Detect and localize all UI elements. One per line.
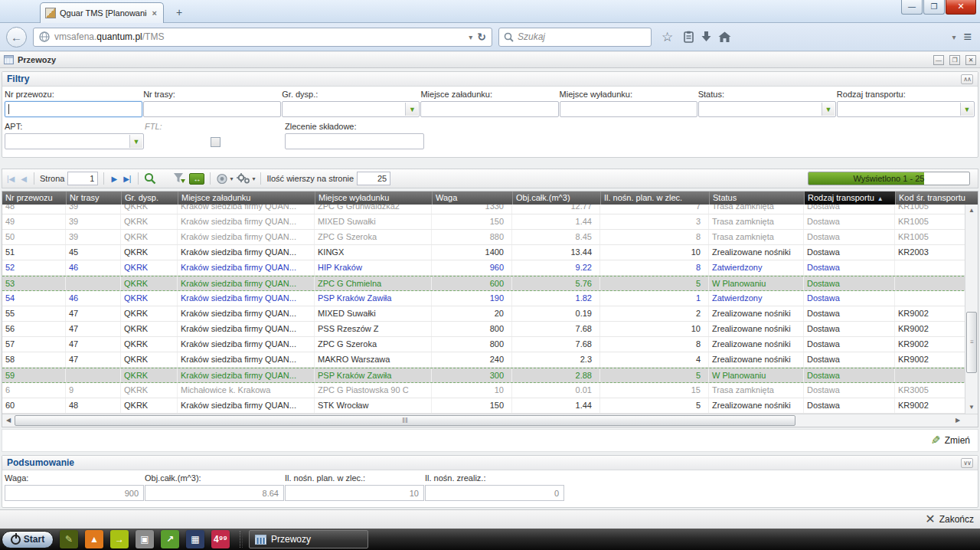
url-bar[interactable]: vmsafena.quantum.pl/TMS ▾ ↻ — [33, 28, 492, 47]
taskbar-item-przewozy[interactable]: Przewozy — [249, 530, 368, 548]
collapse-summary-icon[interactable]: ∨∨ — [961, 458, 973, 468]
combo-rodzaj-transportu[interactable]: ▼ — [837, 101, 975, 117]
fit-columns-icon[interactable]: ↔ — [189, 173, 204, 185]
cell-miejsce-wyladunku: PSS Rzeszów Z — [315, 322, 432, 336]
cell-status: Zrealizowane nośniki — [709, 352, 804, 367]
table-row[interactable]: 5446QKRKKraków siedziba firmy QUAN...PSP… — [2, 291, 968, 306]
table-row[interactable]: 5747QKRKKraków siedziba firmy QUAN...ZPC… — [2, 337, 968, 352]
input-zlecenie-skladowe[interactable] — [285, 133, 424, 149]
start-button[interactable]: Start — [2, 531, 54, 548]
combo-gr-dysp[interactable]: ▼ — [282, 101, 420, 117]
page-input[interactable] — [67, 172, 98, 185]
table-row[interactable]: 53QKRKKraków siedziba firmy QUAN...ZPC G… — [2, 276, 968, 291]
tab-close-icon[interactable]: × — [151, 8, 158, 18]
input-miejsce-wyladunku[interactable] — [560, 101, 697, 117]
chevron-down-icon[interactable]: ▼ — [129, 135, 142, 148]
menu-icon[interactable]: ≡ — [963, 29, 974, 45]
column-header-rodzaj-transportu[interactable]: Rodzaj transportu▲ — [804, 192, 895, 205]
search-input[interactable] — [518, 31, 625, 42]
table-row[interactable]: 5039QKRKKraków siedziba firmy QUAN...ZPC… — [2, 230, 968, 245]
cell-il-nosn-plan: 3 — [600, 214, 709, 229]
app-minimize-button[interactable]: — — [933, 55, 944, 65]
finish-button[interactable]: Zakończ — [939, 514, 974, 525]
change-button[interactable]: Zmień — [945, 435, 970, 446]
app-icon-arrow[interactable]: → — [110, 530, 129, 548]
toolbar-overflow-icon[interactable]: ▾ — [952, 33, 956, 41]
table-row[interactable]: 4839QKRKKraków siedziba firmy QUAN...ZPC… — [2, 205, 968, 214]
table-row[interactable]: 5847QKRKKraków siedziba firmy QUAN...MAK… — [2, 352, 968, 368]
scroll-up-icon[interactable]: ▲ — [965, 205, 978, 217]
horizontal-scroll-thumb[interactable]: ‖‖ — [15, 415, 795, 426]
app-restore-button[interactable]: ❐ — [949, 55, 960, 65]
table-row[interactable]: 5145QKRKKraków siedziba firmy QUAN...KIN… — [2, 245, 968, 260]
column-header-gr-dysp[interactable]: Gr. dysp. — [121, 192, 178, 205]
chevron-down-icon[interactable]: ▼ — [405, 103, 418, 116]
app-icon-table[interactable]: ▦ — [186, 530, 204, 548]
first-page-icon[interactable]: |◀ — [5, 175, 16, 183]
filter-apply-icon[interactable] — [173, 172, 186, 185]
input-miejsce-zaladunku[interactable] — [420, 101, 558, 117]
column-header-nr-przewozu[interactable]: Nr przewozu — [2, 192, 66, 205]
table-row[interactable]: 59QKRKKraków siedziba firmy QUAN...PSP K… — [2, 368, 968, 383]
minimize-button[interactable]: — — [901, 0, 923, 15]
table-row[interactable]: 5547QKRKKraków siedziba firmy QUAN...MIX… — [2, 306, 968, 322]
back-button[interactable]: ← — [6, 27, 27, 47]
summary-label-obj-calk: Obj.całk.(m^3): — [145, 473, 284, 485]
next-page-icon[interactable]: ▶ — [109, 175, 119, 183]
checkbox-ftl[interactable] — [211, 137, 220, 147]
rows-per-page-input[interactable] — [357, 172, 390, 185]
table-row[interactable]: 6048QKRKKraków siedziba firmy QUAN...STK… — [2, 398, 968, 414]
new-tab-button[interactable]: + — [170, 6, 188, 20]
chevron-down-icon[interactable]: ▼ — [960, 103, 973, 116]
search-box[interactable] — [498, 28, 652, 47]
scroll-down-icon[interactable]: ▼ — [965, 401, 978, 414]
input-nr-trasy[interactable] — [143, 101, 281, 117]
library-icon[interactable] — [683, 31, 694, 44]
scroll-right-icon[interactable]: ▶ — [952, 414, 964, 427]
results-progress[interactable]: Wyświetlono 1 - 25 — [808, 172, 970, 185]
app-close-button[interactable]: ✕ — [965, 55, 976, 65]
bookmark-star-icon[interactable]: ☆ — [658, 31, 677, 44]
table-row[interactable]: 69QKRKMichałowice k. KrakowaZPC G Piasto… — [2, 383, 968, 398]
combo-status[interactable]: ▼ — [698, 101, 836, 117]
home-icon[interactable] — [718, 31, 731, 43]
browser-tab[interactable]: Qguar TMS [Planowanie tr... × — [40, 2, 164, 23]
downloads-icon[interactable] — [701, 31, 712, 43]
last-page-icon[interactable]: ▶| — [122, 175, 132, 183]
export-menu-icon[interactable]: ▾ — [216, 173, 233, 185]
table-row[interactable]: 5246QKRKKraków siedziba firmy QUAN...HIP… — [2, 260, 968, 276]
column-header-miejsce-wyladunku[interactable]: Miejsce wyładunku — [315, 192, 432, 205]
close-button[interactable]: ✕ — [946, 0, 976, 15]
vertical-scroll-thumb[interactable]: ≡ — [966, 312, 977, 373]
vertical-scrollbar[interactable]: ▲ ≡ ▼ — [965, 205, 978, 414]
settings-menu-icon[interactable]: ▾ — [236, 172, 255, 185]
app-icon-chart-orange[interactable]: ▲ — [85, 530, 103, 548]
column-header-il-nosn-plan[interactable]: Il. nośn. plan. w zlec. — [600, 192, 709, 205]
column-header-nr-trasy[interactable]: Nr trasy — [66, 192, 121, 205]
column-header-miejsce-zaladunku[interactable]: Miejsce załadunku — [178, 192, 315, 205]
combo-apt[interactable]: ▼ — [5, 133, 144, 149]
scroll-left-icon[interactable]: ◀ — [2, 414, 15, 427]
app-icon-pencil[interactable]: ✎ — [60, 530, 78, 548]
app-icon-chart-green[interactable]: ↗ — [161, 530, 179, 548]
app-icon-four[interactable]: 4⁹⁹ — [211, 530, 230, 548]
reload-icon[interactable]: ↻ — [477, 31, 486, 43]
column-header-status[interactable]: Status — [709, 192, 804, 205]
prev-page-icon[interactable]: ◀ — [19, 175, 28, 183]
table-row[interactable]: 5647QKRKKraków siedziba firmy QUAN...PSS… — [2, 322, 968, 337]
chevron-down-icon[interactable]: ▼ — [822, 103, 835, 116]
bookmark-dropdown-icon[interactable]: ▾ — [469, 33, 472, 41]
table-row[interactable]: 4939QKRKKraków siedziba firmy QUAN...MIX… — [2, 214, 968, 230]
input-nr-przewozu[interactable] — [5, 101, 142, 117]
cell-nr-trasy: 39 — [66, 205, 121, 214]
cell-waga: 150 — [432, 398, 512, 413]
cell-miejsce-zaladunku: Kraków siedziba firmy QUAN... — [178, 306, 315, 321]
collapse-filters-icon[interactable]: ∧∧ — [961, 74, 973, 84]
column-header-obj-calk[interactable]: Obj.całk.(m^3) — [512, 192, 600, 205]
search-grid-icon[interactable] — [144, 172, 156, 185]
restore-button[interactable]: ❐ — [923, 0, 945, 15]
column-header-waga[interactable]: Waga — [432, 192, 512, 205]
app-icon-save[interactable]: ▣ — [136, 530, 154, 548]
horizontal-scrollbar[interactable]: ◀ ‖‖ ▶ — [2, 414, 978, 427]
column-header-kod-sr-transportu[interactable]: Kod śr. transportu — [895, 192, 966, 205]
